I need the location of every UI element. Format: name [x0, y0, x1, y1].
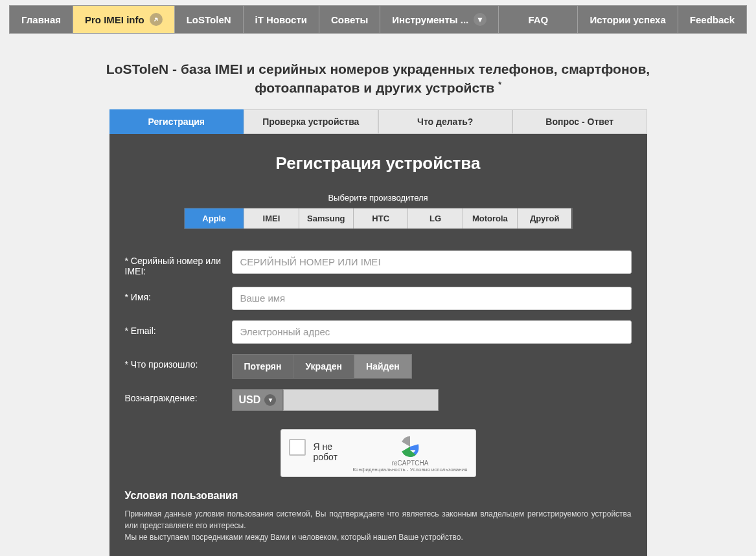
panel-heading: Регистрация устройства [109, 153, 647, 173]
terms-heading: Условия пользования [125, 490, 632, 502]
tab-faq[interactable]: Вопрос - Ответ [512, 109, 647, 134]
tab-check-device[interactable]: Проверка устройства [244, 109, 378, 134]
incident-found-button[interactable]: Найден [354, 354, 412, 379]
chevron-down-icon: ▾ [264, 394, 276, 406]
nav-feedback[interactable]: Feedback [678, 6, 746, 33]
nav-lostolen[interactable]: LoSToleN [175, 6, 244, 33]
recaptcha-icon [400, 436, 420, 457]
terms-paragraph-2: Мы не выступаем посредниками между Вами … [125, 533, 463, 542]
nav-home[interactable]: Главная [10, 6, 73, 33]
reward-amount-input[interactable] [283, 389, 439, 411]
currency-select[interactable]: USD ▾ [232, 389, 284, 411]
external-link-icon [150, 13, 163, 26]
page-title: LoSToleN - база IMEI и серийных номеров … [87, 60, 670, 98]
tab-registration[interactable]: Регистрация [109, 109, 244, 134]
nav-pro-imei[interactable]: Pro IMEI info [73, 6, 175, 33]
email-label: * Email: [125, 320, 232, 336]
mfg-imei[interactable]: IMEI [244, 208, 299, 228]
serial-label: * Серийный номер или IMEI: [125, 250, 232, 276]
nav-it-news[interactable]: iT Новости [244, 6, 319, 33]
mfg-apple[interactable]: Apple [185, 208, 245, 228]
recaptcha-legal: Конфиденциальность - Условия использован… [352, 467, 467, 473]
manufacturer-tabs: Apple IMEI Samsung HTC LG Motorola Друго… [184, 208, 573, 229]
incident-label: * Что произошло: [125, 354, 232, 370]
chevron-down-icon: ▾ [474, 13, 487, 26]
recaptcha-brand: reCAPTCHA [352, 460, 467, 467]
panel-tabs: Регистрация Проверка устройства Что дела… [109, 109, 647, 134]
nav-faq[interactable]: FAQ [499, 6, 578, 33]
registration-panel: Регистрация устройства Выберите производ… [109, 134, 647, 556]
name-label: * Имя: [125, 287, 232, 302]
nav-tips[interactable]: Советы [319, 6, 380, 33]
mfg-motorola[interactable]: Motorola [463, 208, 518, 228]
email-input[interactable] [232, 320, 632, 344]
incident-stolen-button[interactable]: Украден [293, 354, 354, 379]
terms-paragraph-1: Принимая данные условия пользования сист… [125, 509, 632, 530]
nav-tools[interactable]: Инструменты ... ▾ [380, 6, 499, 33]
recaptcha-checkbox[interactable] [289, 439, 306, 456]
name-input[interactable] [232, 287, 632, 310]
serial-input[interactable] [232, 250, 632, 274]
incident-lost-button[interactable]: Потерян [232, 354, 294, 379]
reward-label: Вознаграждение: [125, 389, 232, 403]
mfg-htc[interactable]: HTC [354, 208, 408, 228]
top-nav: Главная Pro IMEI info LoSToleN iT Новост… [9, 5, 747, 34]
recaptcha-label: Я не робот [314, 441, 353, 462]
mfg-other[interactable]: Другой [518, 208, 571, 228]
manufacturer-label: Выберите производителя [109, 193, 647, 203]
tab-what-to-do[interactable]: Что делать? [378, 109, 513, 134]
recaptcha-widget: Я не робот reCAPTCHA Конфиденциальность … [281, 429, 476, 477]
terms-section: Условия пользования Принимая данные усло… [109, 484, 647, 543]
nav-success-stories[interactable]: Истории успеха [578, 6, 678, 33]
mfg-lg[interactable]: LG [408, 208, 463, 228]
mfg-samsung[interactable]: Samsung [299, 208, 354, 228]
